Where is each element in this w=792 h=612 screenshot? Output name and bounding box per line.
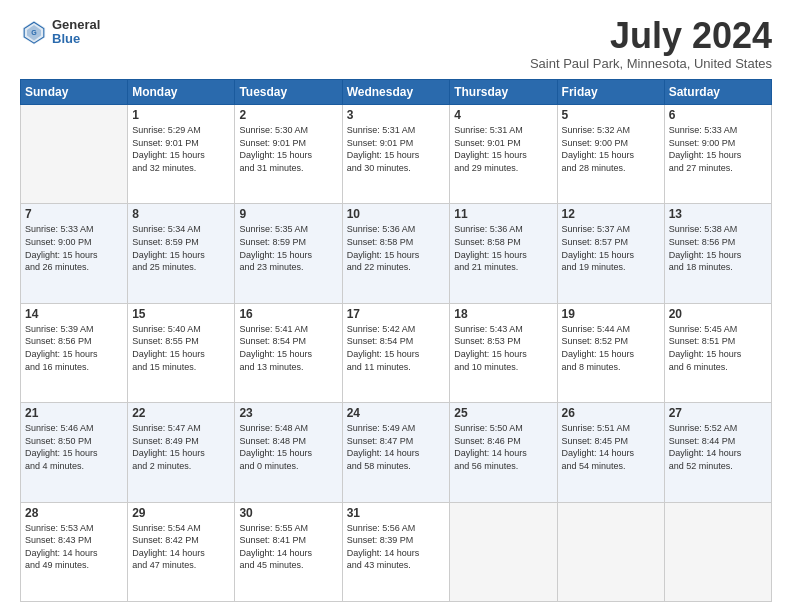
day-info: Sunrise: 5:37 AM Sunset: 8:57 PM Dayligh… bbox=[562, 223, 660, 273]
calendar-week-row: 1Sunrise: 5:29 AM Sunset: 9:01 PM Daylig… bbox=[21, 105, 772, 204]
day-number: 8 bbox=[132, 207, 230, 221]
day-info: Sunrise: 5:51 AM Sunset: 8:45 PM Dayligh… bbox=[562, 422, 660, 472]
day-number: 13 bbox=[669, 207, 767, 221]
calendar-day-cell: 23Sunrise: 5:48 AM Sunset: 8:48 PM Dayli… bbox=[235, 403, 342, 502]
day-info: Sunrise: 5:34 AM Sunset: 8:59 PM Dayligh… bbox=[132, 223, 230, 273]
day-info: Sunrise: 5:29 AM Sunset: 9:01 PM Dayligh… bbox=[132, 124, 230, 174]
day-number: 31 bbox=[347, 506, 446, 520]
day-number: 2 bbox=[239, 108, 337, 122]
day-info: Sunrise: 5:43 AM Sunset: 8:53 PM Dayligh… bbox=[454, 323, 552, 373]
calendar-day-cell: 21Sunrise: 5:46 AM Sunset: 8:50 PM Dayli… bbox=[21, 403, 128, 502]
day-number: 6 bbox=[669, 108, 767, 122]
calendar-day-cell: 1Sunrise: 5:29 AM Sunset: 9:01 PM Daylig… bbox=[128, 105, 235, 204]
month-title: July 2024 bbox=[530, 18, 772, 54]
calendar-day-cell: 16Sunrise: 5:41 AM Sunset: 8:54 PM Dayli… bbox=[235, 303, 342, 402]
day-number: 1 bbox=[132, 108, 230, 122]
calendar-week-row: 14Sunrise: 5:39 AM Sunset: 8:56 PM Dayli… bbox=[21, 303, 772, 402]
day-number: 28 bbox=[25, 506, 123, 520]
day-number: 26 bbox=[562, 406, 660, 420]
day-number: 22 bbox=[132, 406, 230, 420]
day-info: Sunrise: 5:45 AM Sunset: 8:51 PM Dayligh… bbox=[669, 323, 767, 373]
day-number: 19 bbox=[562, 307, 660, 321]
day-info: Sunrise: 5:41 AM Sunset: 8:54 PM Dayligh… bbox=[239, 323, 337, 373]
day-info: Sunrise: 5:52 AM Sunset: 8:44 PM Dayligh… bbox=[669, 422, 767, 472]
day-number: 17 bbox=[347, 307, 446, 321]
day-number: 24 bbox=[347, 406, 446, 420]
calendar-day-cell: 7Sunrise: 5:33 AM Sunset: 9:00 PM Daylig… bbox=[21, 204, 128, 303]
calendar-week-row: 21Sunrise: 5:46 AM Sunset: 8:50 PM Dayli… bbox=[21, 403, 772, 502]
day-info: Sunrise: 5:42 AM Sunset: 8:54 PM Dayligh… bbox=[347, 323, 446, 373]
calendar-day-cell: 4Sunrise: 5:31 AM Sunset: 9:01 PM Daylig… bbox=[450, 105, 557, 204]
day-info: Sunrise: 5:53 AM Sunset: 8:43 PM Dayligh… bbox=[25, 522, 123, 572]
header: G General Blue July 2024 Saint Paul Park… bbox=[20, 18, 772, 71]
calendar-header-monday: Monday bbox=[128, 80, 235, 105]
calendar-day-cell bbox=[664, 502, 771, 601]
calendar-day-cell: 27Sunrise: 5:52 AM Sunset: 8:44 PM Dayli… bbox=[664, 403, 771, 502]
day-info: Sunrise: 5:48 AM Sunset: 8:48 PM Dayligh… bbox=[239, 422, 337, 472]
calendar-header-saturday: Saturday bbox=[664, 80, 771, 105]
day-number: 30 bbox=[239, 506, 337, 520]
calendar-day-cell: 15Sunrise: 5:40 AM Sunset: 8:55 PM Dayli… bbox=[128, 303, 235, 402]
calendar-day-cell: 12Sunrise: 5:37 AM Sunset: 8:57 PM Dayli… bbox=[557, 204, 664, 303]
logo-icon: G bbox=[20, 18, 48, 46]
calendar-day-cell bbox=[557, 502, 664, 601]
day-info: Sunrise: 5:54 AM Sunset: 8:42 PM Dayligh… bbox=[132, 522, 230, 572]
calendar-header-thursday: Thursday bbox=[450, 80, 557, 105]
calendar-day-cell: 22Sunrise: 5:47 AM Sunset: 8:49 PM Dayli… bbox=[128, 403, 235, 502]
calendar-week-row: 7Sunrise: 5:33 AM Sunset: 9:00 PM Daylig… bbox=[21, 204, 772, 303]
calendar-day-cell: 11Sunrise: 5:36 AM Sunset: 8:58 PM Dayli… bbox=[450, 204, 557, 303]
calendar-day-cell: 30Sunrise: 5:55 AM Sunset: 8:41 PM Dayli… bbox=[235, 502, 342, 601]
day-number: 20 bbox=[669, 307, 767, 321]
calendar-day-cell: 17Sunrise: 5:42 AM Sunset: 8:54 PM Dayli… bbox=[342, 303, 450, 402]
day-number: 3 bbox=[347, 108, 446, 122]
day-number: 18 bbox=[454, 307, 552, 321]
calendar-day-cell: 25Sunrise: 5:50 AM Sunset: 8:46 PM Dayli… bbox=[450, 403, 557, 502]
day-number: 7 bbox=[25, 207, 123, 221]
day-number: 11 bbox=[454, 207, 552, 221]
calendar: SundayMondayTuesdayWednesdayThursdayFrid… bbox=[20, 79, 772, 602]
page: G General Blue July 2024 Saint Paul Park… bbox=[0, 0, 792, 612]
day-info: Sunrise: 5:40 AM Sunset: 8:55 PM Dayligh… bbox=[132, 323, 230, 373]
day-number: 25 bbox=[454, 406, 552, 420]
day-info: Sunrise: 5:55 AM Sunset: 8:41 PM Dayligh… bbox=[239, 522, 337, 572]
day-info: Sunrise: 5:31 AM Sunset: 9:01 PM Dayligh… bbox=[454, 124, 552, 174]
day-number: 21 bbox=[25, 406, 123, 420]
calendar-header-wednesday: Wednesday bbox=[342, 80, 450, 105]
day-number: 27 bbox=[669, 406, 767, 420]
day-info: Sunrise: 5:35 AM Sunset: 8:59 PM Dayligh… bbox=[239, 223, 337, 273]
logo: G General Blue bbox=[20, 18, 100, 47]
logo-text: General Blue bbox=[52, 18, 100, 47]
calendar-day-cell: 31Sunrise: 5:56 AM Sunset: 8:39 PM Dayli… bbox=[342, 502, 450, 601]
day-number: 4 bbox=[454, 108, 552, 122]
calendar-day-cell: 8Sunrise: 5:34 AM Sunset: 8:59 PM Daylig… bbox=[128, 204, 235, 303]
day-number: 12 bbox=[562, 207, 660, 221]
day-info: Sunrise: 5:38 AM Sunset: 8:56 PM Dayligh… bbox=[669, 223, 767, 273]
calendar-header-row: SundayMondayTuesdayWednesdayThursdayFrid… bbox=[21, 80, 772, 105]
calendar-day-cell: 10Sunrise: 5:36 AM Sunset: 8:58 PM Dayli… bbox=[342, 204, 450, 303]
day-number: 10 bbox=[347, 207, 446, 221]
calendar-header-tuesday: Tuesday bbox=[235, 80, 342, 105]
day-info: Sunrise: 5:50 AM Sunset: 8:46 PM Dayligh… bbox=[454, 422, 552, 472]
day-info: Sunrise: 5:30 AM Sunset: 9:01 PM Dayligh… bbox=[239, 124, 337, 174]
day-number: 9 bbox=[239, 207, 337, 221]
calendar-day-cell: 26Sunrise: 5:51 AM Sunset: 8:45 PM Dayli… bbox=[557, 403, 664, 502]
calendar-header-sunday: Sunday bbox=[21, 80, 128, 105]
svg-text:G: G bbox=[31, 29, 37, 36]
calendar-day-cell: 19Sunrise: 5:44 AM Sunset: 8:52 PM Dayli… bbox=[557, 303, 664, 402]
day-info: Sunrise: 5:46 AM Sunset: 8:50 PM Dayligh… bbox=[25, 422, 123, 472]
day-info: Sunrise: 5:47 AM Sunset: 8:49 PM Dayligh… bbox=[132, 422, 230, 472]
day-number: 14 bbox=[25, 307, 123, 321]
logo-general: General bbox=[52, 18, 100, 32]
calendar-day-cell: 3Sunrise: 5:31 AM Sunset: 9:01 PM Daylig… bbox=[342, 105, 450, 204]
day-info: Sunrise: 5:32 AM Sunset: 9:00 PM Dayligh… bbox=[562, 124, 660, 174]
calendar-header-friday: Friday bbox=[557, 80, 664, 105]
day-number: 23 bbox=[239, 406, 337, 420]
calendar-day-cell: 5Sunrise: 5:32 AM Sunset: 9:00 PM Daylig… bbox=[557, 105, 664, 204]
calendar-day-cell: 28Sunrise: 5:53 AM Sunset: 8:43 PM Dayli… bbox=[21, 502, 128, 601]
calendar-day-cell bbox=[21, 105, 128, 204]
day-number: 5 bbox=[562, 108, 660, 122]
day-info: Sunrise: 5:33 AM Sunset: 9:00 PM Dayligh… bbox=[669, 124, 767, 174]
day-info: Sunrise: 5:36 AM Sunset: 8:58 PM Dayligh… bbox=[454, 223, 552, 273]
day-info: Sunrise: 5:44 AM Sunset: 8:52 PM Dayligh… bbox=[562, 323, 660, 373]
day-info: Sunrise: 5:33 AM Sunset: 9:00 PM Dayligh… bbox=[25, 223, 123, 273]
